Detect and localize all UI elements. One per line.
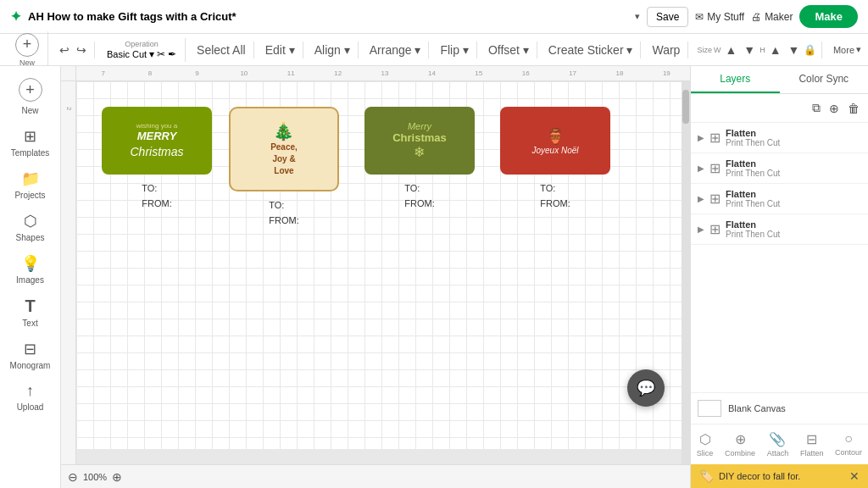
warp-button[interactable]: Warp [649, 42, 682, 58]
size-down-button[interactable]: ▼ [741, 42, 758, 58]
sidebar-item-new[interactable]: + New [3, 73, 58, 120]
sidebar-item-templates[interactable]: ⊞ Templates [3, 122, 58, 163]
top-bar: ✦ AH How to make Gift tags with a Cricut… [0, 0, 868, 34]
arrange-group: Arrange ▾ [362, 42, 430, 58]
undo-button[interactable]: ↩ [57, 42, 72, 58]
zoom-in-button[interactable]: ⊕ [112, 470, 122, 484]
notification-close-button[interactable]: ✕ [849, 469, 860, 483]
notification-icon: 🏷️ [699, 469, 714, 483]
layer-item-3[interactable]: ▶ ⊞ Flatten Print Then Cut [691, 184, 868, 214]
sidebar-item-monogram[interactable]: ⊟ Monogram [3, 335, 58, 375]
sidebar: + New ⊞ Templates 📁 Projects ⬡ Shapes 💡 … [0, 66, 61, 488]
scroll-thumb[interactable] [682, 90, 689, 124]
flatten-icon: ⊟ [806, 431, 817, 447]
tab-layers[interactable]: Layers [691, 66, 780, 93]
make-button[interactable]: Make [799, 5, 858, 28]
maker-button[interactable]: 🖨 Maker [751, 11, 793, 23]
canvas-area[interactable]: 7 8 9 10 11 12 13 14 15 16 17 18 19 2 [61, 66, 690, 488]
select-all-group: Select All [189, 42, 254, 58]
offset-button[interactable]: Offset ▾ [486, 42, 531, 58]
text-icon: T [25, 297, 35, 316]
panel-copy-button[interactable]: ⧉ [810, 99, 822, 117]
layers-list: ▶ ⊞ Flatten Print Then Cut ▶ ⊞ Flatten P… [691, 123, 868, 258]
vertical-scrollbar[interactable] [682, 81, 690, 488]
undo-redo-group: ↩ ↪ [52, 42, 95, 58]
layer-item-4[interactable]: ▶ ⊞ Flatten Print Then Cut [691, 214, 868, 245]
monogram-icon: ⊟ [24, 340, 36, 358]
main-layout: + New ⊞ Templates 📁 Projects ⬡ Shapes 💡 … [0, 66, 868, 488]
new-button[interactable]: + New [12, 31, 42, 69]
sidebar-item-text[interactable]: T Text [3, 291, 58, 333]
attach-icon: 📎 [769, 431, 786, 447]
slice-icon: ⬡ [699, 431, 711, 447]
size-up-button[interactable]: ▲ [722, 42, 739, 58]
layer-item-1[interactable]: ▶ ⊞ Flatten Print Then Cut [691, 123, 868, 153]
toolbar: + New ↩ ↪ Operation Basic Cut ▾ ✂ ✒ Sele… [0, 34, 868, 66]
flip-button[interactable]: Flip ▾ [437, 42, 470, 58]
save-button[interactable]: Save [647, 7, 688, 27]
chat-icon: 💬 [637, 379, 655, 397]
my-stuff-button[interactable]: ✉ My Stuff [695, 11, 744, 23]
create-sticker-group: Create Sticker ▾ [541, 42, 642, 58]
notification-bar: 🏷️ DIY decor to fall for. ✕ [691, 464, 868, 488]
chat-bubble[interactable]: 💬 [627, 369, 665, 407]
gift-tag-4[interactable]: 🏺 Joyeux Noël TO: FROM: [500, 107, 610, 211]
scissors-icon: ✂ [157, 48, 165, 60]
layer-chevron-1: ▶ [698, 133, 704, 142]
new-group: + New [7, 31, 48, 69]
offset-group: Offset ▾ [481, 42, 537, 58]
layer-item-2[interactable]: ▶ ⊞ Flatten Print Then Cut [691, 153, 868, 184]
sidebar-item-upload[interactable]: ↑ Upload [3, 377, 58, 417]
tag-image-4: 🏺 Joyeux Noël [500, 107, 610, 175]
ruler-vertical: 2 4 6 8 [61, 81, 76, 488]
more-chevron-icon: ▾ [856, 44, 861, 55]
panel-slice-button[interactable]: ⬡ Slice [692, 428, 719, 461]
edit-button[interactable]: Edit ▾ [263, 42, 298, 58]
sidebar-item-projects[interactable]: 📁 Projects [3, 164, 58, 205]
app-logo: ✦ [10, 8, 21, 25]
align-button[interactable]: Align ▾ [312, 42, 353, 58]
redo-button[interactable]: ↪ [74, 42, 89, 58]
panel-flatten-button[interactable]: ⊟ Flatten [795, 428, 829, 461]
gift-tag-3[interactable]: Merry Christmas ❄ TO: FROM: [364, 107, 475, 211]
tag-image-2: 🎄 Peace,Joy &Love [229, 107, 339, 191]
zoom-out-button[interactable]: ⊖ [68, 470, 78, 484]
combine-icon: ⊕ [735, 431, 746, 447]
edit-group: Edit ▾ [258, 42, 303, 58]
panel-paste-button[interactable]: ⊕ [827, 99, 841, 117]
sidebar-item-images[interactable]: 💡 Images [3, 249, 58, 290]
envelope-icon: ✉ [695, 11, 704, 23]
layer-flatten-icon-1: ⊞ [709, 130, 721, 146]
create-sticker-button[interactable]: Create Sticker ▾ [546, 42, 636, 58]
panel-delete-button[interactable]: 🗑 [846, 99, 861, 117]
edit-dropdown-icon: ▾ [289, 43, 295, 57]
panel-contour-button[interactable]: ○ Contour [830, 428, 867, 461]
panel-attach-button[interactable]: 📎 Attach [762, 428, 794, 461]
shapes-icon: ⬡ [24, 212, 37, 230]
sidebar-item-shapes[interactable]: ⬡ Shapes [3, 207, 58, 247]
panel-actions: ⧉ ⊕ 🗑 [691, 94, 868, 123]
panel-bottom-icons: ⬡ Slice ⊕ Combine 📎 Attach ⊟ Flatten ○ C… [691, 424, 868, 464]
height-up-button[interactable]: ▲ [767, 42, 784, 58]
canvas-bottom-bar: ⊖ 100% ⊕ [61, 464, 690, 488]
canvas-content: wishing you a MERRY Christmas TO: FROM: [85, 90, 661, 449]
layer-flatten-icon-4: ⊞ [709, 221, 721, 237]
select-all-button[interactable]: Select All [194, 42, 248, 58]
height-down-button[interactable]: ▼ [785, 42, 802, 58]
more-button[interactable]: More ▾ [833, 44, 861, 55]
blank-canvas-thumbnail [698, 400, 721, 417]
tag-1-label: TO: FROM: [142, 181, 171, 211]
canvas-wrapper[interactable]: wishing you a MERRY Christmas TO: FROM: [76, 81, 682, 449]
blank-canvas-label: Blank Canvas [728, 403, 786, 413]
align-group: Align ▾ [307, 42, 359, 58]
tag-image-1: wishing you a MERRY Christmas [102, 107, 212, 175]
zoom-value: 100% [83, 472, 107, 482]
gift-tag-2[interactable]: 🎄 Peace,Joy &Love TO: FROM: [229, 107, 339, 228]
upload-icon: ↑ [26, 382, 34, 400]
arrange-button[interactable]: Arrange ▾ [367, 42, 424, 58]
gift-tag-1[interactable]: wishing you a MERRY Christmas TO: FROM: [102, 107, 212, 211]
operation-dropdown-icon[interactable]: ▾ [149, 48, 154, 60]
panel-tabs: Layers Color Sync [691, 66, 868, 94]
panel-combine-button[interactable]: ⊕ Combine [720, 428, 760, 461]
tab-color-sync[interactable]: Color Sync [780, 66, 869, 93]
